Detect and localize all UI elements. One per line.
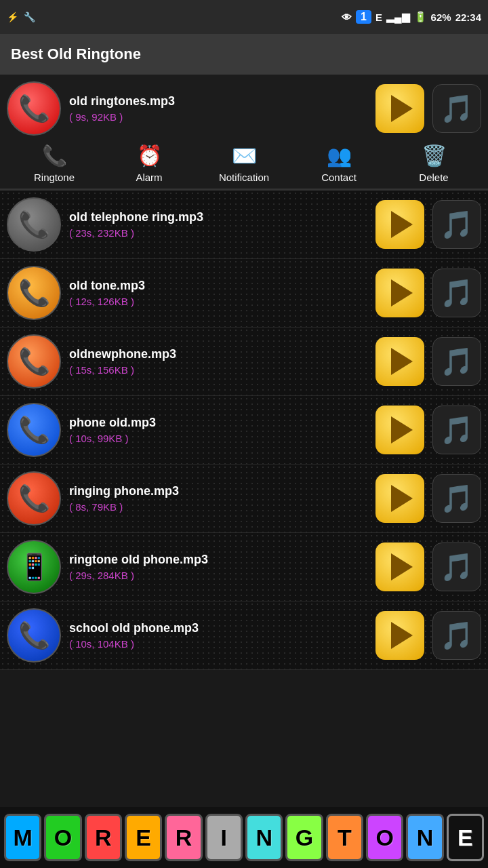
alarm-label: Alarm xyxy=(136,172,162,183)
expanded-item-info: old ringtones.mp3 ( 9s, 92KB ) xyxy=(69,94,367,123)
phone-icon-0: 📞 xyxy=(18,210,50,239)
music-note-gear-icon-3: 🎵 xyxy=(440,346,474,378)
battery-percent: 62% xyxy=(431,12,451,23)
play-button-5[interactable] xyxy=(375,474,424,523)
action-row: 📞 Ringtone ⏰ Alarm ✉️ Notification 👥 Con… xyxy=(7,136,481,189)
banner-letter-T8[interactable]: T xyxy=(326,814,363,861)
play-triangle-3 xyxy=(391,348,413,375)
item-meta-3: ( 10s, 99KB ) xyxy=(69,433,367,444)
item-info-4: ringing phone.mp3 ( 8s, 79KB ) xyxy=(69,484,367,513)
settings-button-0[interactable]: 🎵 xyxy=(432,84,481,133)
status-bar: ⚡ 🔧 👁 1 E ▂▄▆ 🔋 62% 22:34 xyxy=(0,0,488,34)
banner-letter-R4[interactable]: R xyxy=(165,814,202,861)
music-note-gear-icon-4: 🎵 xyxy=(440,414,474,446)
play-button-3[interactable] xyxy=(375,337,424,386)
alarm-action-icon: ⏰ xyxy=(137,144,162,167)
play-button-1[interactable] xyxy=(375,200,424,249)
content-area: 📞 old ringtones.mp3 ( 9s, 92KB ) 🎵 📞 Rin… xyxy=(0,75,488,670)
contact-action-button[interactable]: 👥 Contact xyxy=(298,144,380,183)
music-note-gear-icon-7: 🎵 xyxy=(440,620,474,652)
badge-1: 1 xyxy=(356,10,371,24)
list-item: 📱 ringtone old phone.mp3 ( 29s, 284KB ) … xyxy=(0,533,488,601)
banner-letter-I5[interactable]: I xyxy=(205,814,243,861)
alarm-action-button[interactable]: ⏰ Alarm xyxy=(108,144,190,183)
item-name-5: ringtone old phone.mp3 xyxy=(69,553,367,567)
banner-letter-O1[interactable]: O xyxy=(44,814,81,861)
expanded-item-meta: ( 9s, 92KB ) xyxy=(69,111,367,123)
play-button-0[interactable] xyxy=(375,84,424,133)
contact-action-icon: 👥 xyxy=(327,144,352,167)
thumbnail-old-ringtones: 📞 xyxy=(7,81,61,136)
ringtone-label: Ringtone xyxy=(34,172,75,183)
item-meta-4: ( 8s, 79KB ) xyxy=(69,501,367,513)
phone-icon-4: 📞 xyxy=(18,484,50,513)
item-name-1: old tone.mp3 xyxy=(69,279,367,293)
item-meta-1: ( 12s, 126KB ) xyxy=(69,296,367,307)
music-note-gear-icon-1: 🎵 xyxy=(440,209,474,241)
delete-action-button[interactable]: 🗑️ Delete xyxy=(393,144,474,183)
phone-icon-red: 📞 xyxy=(18,94,50,123)
banner-letter-E3[interactable]: E xyxy=(125,814,162,861)
list-item: 📞 school old phone.mp3 ( 10s, 104KB ) 🎵 xyxy=(0,601,488,670)
play-triangle-4 xyxy=(391,416,413,443)
play-button-7[interactable] xyxy=(375,611,424,660)
banner-letter-N10[interactable]: N xyxy=(406,814,443,861)
phone-action-icon: 📞 xyxy=(42,144,67,167)
music-note-gear-icon-5: 🎵 xyxy=(440,483,474,515)
play-triangle-6 xyxy=(391,553,413,580)
time-display: 22:34 xyxy=(455,12,481,23)
expanded-item-name: old ringtones.mp3 xyxy=(69,94,367,108)
expanded-item: 📞 old ringtones.mp3 ( 9s, 92KB ) 🎵 📞 Rin… xyxy=(0,75,488,189)
settings-button-7[interactable]: 🎵 xyxy=(432,611,481,660)
item-name-4: ringing phone.mp3 xyxy=(69,484,367,498)
item-meta-5: ( 29s, 284KB ) xyxy=(69,570,367,581)
list-item: 📞 oldnewphone.mp3 ( 15s, 156KB ) 🎵 xyxy=(0,328,488,396)
banner-letter-O9[interactable]: O xyxy=(366,814,403,861)
item-info-5: ringtone old phone.mp3 ( 29s, 284KB ) xyxy=(69,553,367,581)
usb-icon: ⚡ xyxy=(7,12,18,22)
settings-button-4[interactable]: 🎵 xyxy=(432,406,481,454)
ringtone-action-button[interactable]: 📞 Ringtone xyxy=(14,144,95,183)
letter-e: E xyxy=(375,12,382,23)
thumbnail-4: 📞 xyxy=(7,471,61,526)
bottom-banner[interactable]: MORERINGTONE xyxy=(0,807,488,868)
status-left: ⚡ 🔧 xyxy=(7,12,35,22)
notification-action-button[interactable]: ✉️ Notification xyxy=(203,144,285,183)
item-name-6: school old phone.mp3 xyxy=(69,621,367,635)
expanded-item-row: 📞 old ringtones.mp3 ( 9s, 92KB ) 🎵 xyxy=(7,81,481,136)
signal-icon: ▂▄▆ xyxy=(386,11,410,23)
item-meta-6: ( 10s, 104KB ) xyxy=(69,638,367,650)
item-meta-2: ( 15s, 156KB ) xyxy=(69,364,367,376)
item-info-1: old tone.mp3 ( 12s, 126KB ) xyxy=(69,279,367,307)
thumbnail-3: 📞 xyxy=(7,403,61,457)
settings-button-5[interactable]: 🎵 xyxy=(432,474,481,523)
settings-button-1[interactable]: 🎵 xyxy=(432,200,481,249)
play-button-6[interactable] xyxy=(375,542,424,591)
settings-button-2[interactable]: 🎵 xyxy=(432,269,481,317)
music-note-gear-icon-6: 🎵 xyxy=(440,551,474,583)
thumbnail-2: 📞 xyxy=(7,334,61,389)
page-title: Best Old Ringtone xyxy=(11,45,141,63)
settings-button-3[interactable]: 🎵 xyxy=(432,337,481,386)
item-name-2: oldnewphone.mp3 xyxy=(69,347,367,361)
thumbnail-0: 📞 xyxy=(7,197,61,252)
play-button-4[interactable] xyxy=(375,406,424,454)
phone-icon-5: 📱 xyxy=(18,552,50,582)
item-info-0: old telephone ring.mp3 ( 23s, 232KB ) xyxy=(69,210,367,239)
banner-letter-E11[interactable]: E xyxy=(447,814,484,861)
play-button-2[interactable] xyxy=(375,269,424,317)
notification-action-icon: ✉️ xyxy=(232,144,257,167)
banner-letter-G7[interactable]: G xyxy=(285,814,323,861)
title-bar: Best Old Ringtone xyxy=(0,34,488,75)
settings-button-6[interactable]: 🎵 xyxy=(432,542,481,591)
item-info-3: phone old.mp3 ( 10s, 99KB ) xyxy=(69,416,367,444)
banner-letter-R2[interactable]: R xyxy=(85,814,122,861)
list-item: 📞 old telephone ring.mp3 ( 23s, 232KB ) … xyxy=(0,191,488,259)
banner-letter-M0[interactable]: M xyxy=(4,814,41,861)
phone-icon-1: 📞 xyxy=(18,278,50,308)
list-items: 📞 old telephone ring.mp3 ( 23s, 232KB ) … xyxy=(0,191,488,670)
battery-icon: 🔋 xyxy=(414,11,427,23)
list-item: 📞 ringing phone.mp3 ( 8s, 79KB ) 🎵 xyxy=(0,465,488,533)
banner-letter-N6[interactable]: N xyxy=(245,814,283,861)
status-right: 👁 1 E ▂▄▆ 🔋 62% 22:34 xyxy=(342,10,481,24)
